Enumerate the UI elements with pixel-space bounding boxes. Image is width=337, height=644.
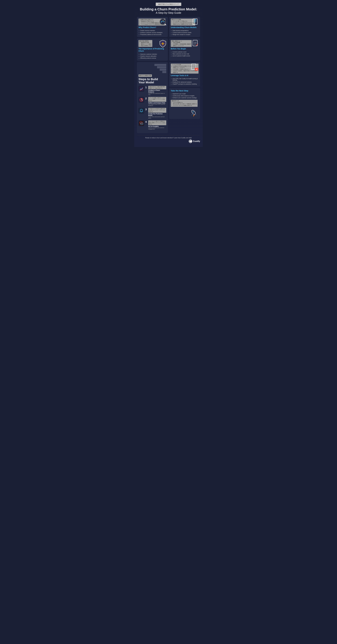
steps-tag: 解約モデル構築の手順 [138,74,152,77]
card-leverage-title: Leverage Tools & AI [171,74,198,77]
card-next-item-0: Implement your model [171,93,198,95]
step-2-icon [138,97,144,103]
svg-text:AI: AI [196,68,198,70]
card-next-step: Take the Next Step Implement your model … [169,88,200,119]
churn-analysis-icon [139,86,144,91]
step-1-content: 1,解約分析を行う 顧客が解約理由や解約しない理由を特定する Conduct a… [148,86,166,95]
ai-doc-icon-area: AI [191,63,199,72]
card-models-title: Understanding Churn Models [171,26,198,28]
step-4-desc: Improve product and customer engagement. [148,127,166,130]
step-2-number: 2 [145,97,147,100]
card-importance-item-1: Smarter resource allocation [138,55,166,57]
step-4-tag: 4,インサイトに基づいて行動する 製品と顧客エンゲージメントを改善する [148,120,166,125]
card-begin: 事前に確認すること 現在の顧客数 今月獲得した新規顧客数と離脱率 顧客のヘルスス… [169,38,200,61]
step-1-icon [138,86,144,92]
card-importance-item-0: Improves customer retention [138,53,166,55]
svg-rect-27 [139,121,144,126]
card-models: 解約モデルの理解 データに基づく予測をする ビジネスニーズに合わせたカスタム設計… [169,17,200,37]
card-why-title: Why Predict Churn? [138,26,166,28]
card-models-item-2: Range from simple to complex [171,34,198,36]
shield-icon-area [159,40,166,48]
stair-3 [157,66,166,68]
svg-rect-21 [139,86,144,91]
card-importance-tag: 解約予測の重要性 顧客維持の改善 適切なリソース配分 収益を効果的に守る [138,40,152,47]
card-models-list: Data-backed extrapolations Custom-built … [171,30,198,36]
step-1-number: 1 [145,86,147,89]
custify-c-icon [189,140,192,142]
card-why-list: Predict revenue retention Enhance custom… [138,30,166,36]
stair-2 [160,68,166,71]
svg-line-6 [165,24,166,25]
step-2-tag: 2,データを収集し分析する ヘルススコアと顧客フィードバックを使用する [148,97,166,102]
checklist-icon [192,40,199,47]
right-column: ツールとAIの活用 CustifyなどのCSPを活用してヘルススコアの評価とウォ… [169,62,200,133]
magnifier-icon [159,18,166,26]
step-3-desc: Track churn precursors and set alerts. [148,116,166,119]
stair-1 [162,71,166,73]
steps-section: 解約モデル構築の手順 Steps to Build Your Model 1 1… [137,62,200,133]
step-3-tag: 3,予測モデルを作成する 解約の前兆を常にチェックし、アラートを設定する [148,108,166,113]
predictive-model-icon [139,108,144,113]
header: 解約予測モデルの策定ステップ Building a Churn Predicti… [137,3,200,14]
card-next-item-2: Enhance your customer success strategy [171,97,198,99]
ai-doc-icon: AI [191,63,199,71]
footer-text: Ready to reduce churn and boost retentio… [137,137,200,138]
document-icon-area [192,18,199,26]
staircase [138,64,166,73]
step-1-title: Conduct a Churn Analysis [148,90,166,93]
step-3-title: Create the Predictive Model [148,113,166,116]
footer: Ready to reduce churn and boost retentio… [137,135,200,143]
step-3-number: 3 [145,108,147,111]
magnifier-icon-area [159,18,166,26]
card-next-list: Implement your model Continuously refine… [171,93,198,99]
svg-point-37 [193,111,194,112]
card-leverage: ツールとAIの活用 CustifyなどのCSPを活用してヘルススコアの評価とウォ… [169,62,200,87]
steps-main-title: Steps to Build Your Model [138,78,166,84]
step-1-tag: 1,解約分析を行う 顧客が解約理由や解約しない理由を特定する [148,86,166,89]
step-4-content: 4,インサイトに基づいて行動する 製品と顧客エンゲージメントを改善する Act … [148,120,166,130]
card-begin-item-0: Current customer count [171,51,198,53]
steps-left: 解約モデル構築の手順 Steps to Build Your Model 1 1… [137,62,168,133]
step-4-title: Act on Insights [148,126,166,127]
card-importance-list: Improves customer retention Smarter reso… [138,53,166,59]
card-why-item-1: Enhance customer success strategies [138,32,166,34]
step-4-icon [138,120,144,126]
card-importance: 解約予測の重要性 顧客維持の改善 適切なリソース配分 収益を効果的に守る The… [137,38,168,61]
step-3-icon [138,108,144,114]
main-title: Building a Churn Prediction Model: [137,7,200,11]
card-begin-title: Before You Begin [171,48,198,50]
card-why-item-0: Predict revenue retention [138,30,166,32]
document-icon [192,18,199,26]
gather-data-icon [139,98,144,102]
card-models-item-0: Data-backed extrapolations [171,30,198,32]
card-leverage-list: Use CSPs, like Custify, for health scori… [171,78,198,85]
card-next-item-1: Continuously refine based on insights [171,95,198,97]
stair-4 [154,64,166,66]
next-step-title: Take the Next Step [171,90,198,92]
step-4-number: 4 [145,120,147,124]
card-leverage-item-1: Employ AI for advanced analysis [171,81,198,83]
act-insights-icon [139,121,144,126]
card-begin-tag: 事前に確認すること 現在の顧客数 今月獲得した新規顧客数と離脱率 顧客のヘルスス… [171,40,192,47]
sub-title: A Step-by-Step Guide [137,11,200,14]
svg-point-26 [141,112,142,112]
rocket-area [171,108,198,117]
card-models-tag: 解約モデルの理解 データに基づく予測をする ビジネスニーズに合わせたカスタム設計… [171,18,195,26]
card-leverage-item-2: ChatGPT prompts for predictive modeling [171,83,198,85]
step-1-desc: Identify why customers leave or stay. [148,93,166,95]
cards-row-2: 解約予測の重要性 顧客維持の改善 適切なリソース配分 収益を効果的に守る The… [137,38,200,61]
card-why: なぜ解約予測が必要なのか 収益維持を予測するため カスタマーサクセス戦略の強化の… [137,17,168,37]
step-2: 2 2,データを収集し分析する ヘルススコアと顧客フィードバックを使用する Ga… [138,97,166,106]
card-begin-item-1: New customers & churn rate [171,53,198,55]
page-wrapper: 解約予測モデルの策定ステップ Building a Churn Predicti… [134,0,203,147]
custify-logo-icon [189,140,192,143]
step-2-content: 2,データを収集し分析する ヘルススコアと顧客フィードバックを使用する Gath… [148,97,166,106]
card-leverage-item-0: Use CSPs, like Custify, for health scori… [171,78,198,81]
card-importance-title: The Importance of Predicting Churn [138,48,166,52]
card-begin-list: Current customer count New customers & c… [171,51,198,57]
custify-logo-text: Custify [193,140,200,142]
footer-logo: Custify [137,140,200,143]
card-begin-item-2: List of customer health scores [171,55,198,57]
step-2-title: Gather and Analyze Data [148,102,166,104]
checklist-icon-area [192,40,199,48]
